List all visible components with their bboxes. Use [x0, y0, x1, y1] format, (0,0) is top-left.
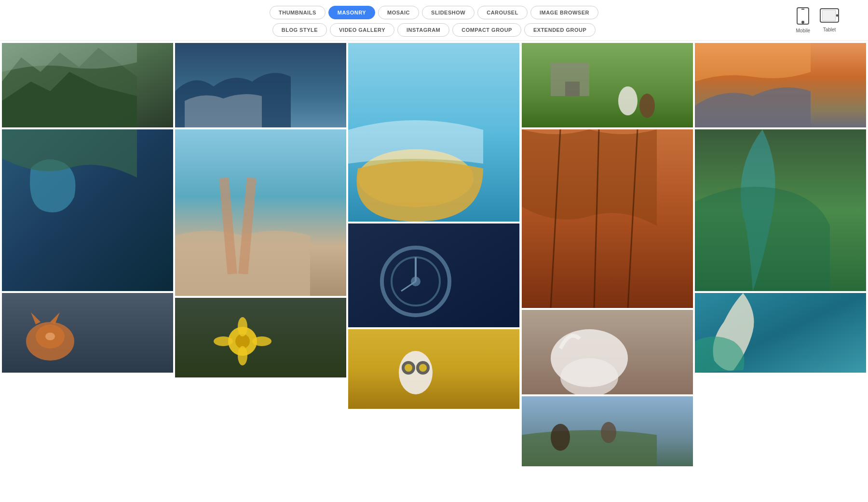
photo-horses-field [522, 396, 693, 466]
tab-masonry[interactable]: MASONRY [328, 6, 375, 19]
mobile-icon-wrap[interactable]: Mobile [796, 7, 810, 33]
gallery-item[interactable] [522, 396, 693, 466]
photo-mountains [2, 43, 173, 127]
gallery-item[interactable] [522, 129, 693, 308]
gallery-column-1 [175, 43, 346, 377]
svg-point-36 [419, 364, 427, 372]
gallery-item[interactable] [522, 310, 693, 394]
photo-boat-rowing [348, 43, 519, 222]
photo-ocean-rocks [175, 43, 346, 127]
photo-aerial-lake [2, 129, 173, 291]
tab-blog-style[interactable]: BLOG STYLE [272, 23, 327, 37]
svg-point-51 [601, 422, 616, 443]
photo-autumn-trees [522, 129, 693, 308]
gallery-item[interactable] [2, 43, 173, 127]
gallery-item[interactable] [348, 329, 519, 409]
gallery [0, 41, 868, 468]
tablet-icon-wrap[interactable]: Tablet [820, 8, 839, 32]
gallery-column-4 [695, 43, 866, 373]
tablet-label: Tablet [823, 27, 836, 32]
photo-car-interior [348, 223, 519, 327]
tab-extended-group[interactable]: EXTENDED GROUP [524, 23, 596, 37]
photo-aerial-beach [695, 293, 866, 373]
gallery-item[interactable] [175, 298, 346, 377]
svg-point-50 [551, 424, 570, 451]
tab-mosaic[interactable]: MOSAIC [378, 6, 419, 19]
svg-rect-8 [2, 293, 173, 373]
gallery-item[interactable] [348, 223, 519, 327]
svg-point-41 [639, 94, 655, 118]
tab-compact-group[interactable]: COMPACT GROUP [452, 23, 521, 37]
gallery-item[interactable] [175, 43, 346, 127]
mobile-label: Mobile [796, 28, 810, 33]
gallery-item[interactable] [695, 293, 866, 373]
svg-point-40 [618, 86, 637, 115]
tab-thumbnails[interactable]: THUMBNAILS [270, 6, 326, 19]
svg-rect-39 [565, 82, 580, 96]
gallery-item[interactable] [175, 129, 346, 296]
gallery-item[interactable] [695, 43, 866, 127]
svg-rect-37 [522, 43, 693, 127]
svg-point-22 [238, 346, 247, 365]
photo-coastal-cliffs [695, 43, 866, 127]
svg-point-20 [252, 336, 271, 346]
svg-point-11 [45, 333, 55, 340]
svg-point-2 [802, 21, 804, 23]
tab-slideshow[interactable]: SLIDESHOW [422, 6, 475, 19]
gallery-column-0 [2, 43, 173, 373]
tab-carousel[interactable]: CAROUSEL [477, 6, 528, 19]
photo-beach-legs [175, 129, 346, 296]
gallery-item[interactable] [2, 293, 173, 373]
svg-point-19 [214, 336, 233, 346]
photo-white-horse [522, 310, 693, 394]
photo-yellow-flower [175, 298, 346, 377]
gallery-item[interactable] [2, 129, 173, 291]
gallery-column-3 [522, 43, 693, 466]
gallery-column-2 [348, 43, 519, 409]
photo-green-coast [695, 129, 866, 291]
gallery-item[interactable] [695, 129, 866, 291]
tab-video-gallery[interactable]: VIDEO GALLERY [330, 23, 394, 37]
gallery-item[interactable] [348, 43, 519, 222]
gallery-item[interactable] [522, 43, 693, 127]
photo-fox [2, 293, 173, 373]
tabs-row-2: BLOG STYLEVIDEO GALLERYINSTAGRAMCOMPACT … [272, 23, 596, 37]
photo-owl-flowers [348, 329, 519, 409]
photo-horses-ruins [522, 43, 693, 127]
svg-rect-31 [348, 329, 519, 409]
toolbar: THUMBNAILSMASONRYMOSAICSLIDESHOWCAROUSEL… [0, 0, 868, 41]
svg-point-35 [405, 364, 412, 372]
tabs-row-1: THUMBNAILSMASONRYMOSAICSLIDESHOWCAROUSEL… [270, 6, 598, 19]
tab-image-browser[interactable]: IMAGE BROWSER [530, 6, 598, 19]
svg-point-4 [837, 15, 838, 16]
svg-rect-5 [822, 10, 836, 21]
tab-instagram[interactable]: INSTAGRAM [397, 23, 449, 37]
svg-point-21 [238, 317, 247, 336]
device-icons: Mobile Tablet [796, 7, 839, 33]
tablet-icon [820, 8, 839, 26]
mobile-icon [796, 7, 810, 27]
